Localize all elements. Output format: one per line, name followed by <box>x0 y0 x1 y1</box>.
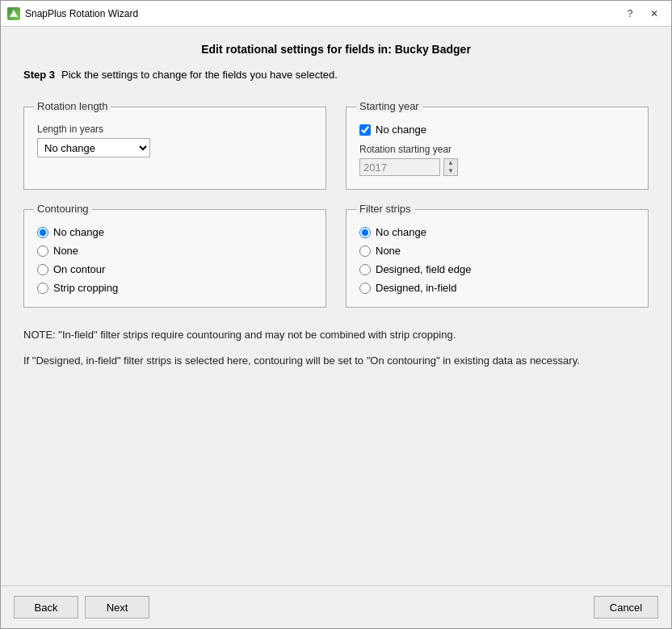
footer: Back Next Cancel <box>1 585 671 628</box>
contouring-label-oncontour[interactable]: On contour <box>53 263 105 275</box>
filter-option-designed-field: Designed, field edge <box>359 263 635 275</box>
next-button[interactable]: Next <box>85 596 149 619</box>
contouring-label-none[interactable]: None <box>53 245 78 257</box>
contouring-radio-none[interactable] <box>37 245 48 257</box>
contouring-option-none: None <box>37 245 313 257</box>
year-input[interactable] <box>359 158 440 176</box>
rotation-length-title: Rotation length <box>34 100 111 112</box>
window-title: SnapPlus Rotation Wizard <box>25 8 138 19</box>
contouring-radio-group: No change None On contour Strip cro <box>37 226 313 294</box>
contouring-panel: Contouring No change None On <box>23 209 326 308</box>
top-panels-row: Rotation length Length in years No chang… <box>23 107 649 190</box>
bottom-panels-row: Contouring No change None On <box>23 209 649 308</box>
filter-strips-radio-group: No change None Designed, field edge <box>359 226 635 294</box>
close-button[interactable]: ✕ <box>644 6 665 22</box>
length-select[interactable]: No change 1 2 3 4 5 <box>37 138 150 157</box>
filter-radio-designed-field[interactable] <box>359 264 371 275</box>
filter-strips-panel: Filter strips No change None <box>346 209 649 308</box>
contouring-label-nochange[interactable]: No change <box>53 226 104 238</box>
filter-label-nochange[interactable]: No change <box>376 226 426 238</box>
length-label: Length in years <box>37 124 313 135</box>
filter-label-designed-infield[interactable]: Designed, in-field <box>376 282 456 294</box>
title-bar-left: SnapPlus Rotation Wizard <box>7 7 138 20</box>
contouring-label-stripcropping[interactable]: Strip cropping <box>53 282 118 294</box>
step-row: Step 3 Pick the settings to change for t… <box>23 69 649 81</box>
app-icon <box>7 7 20 20</box>
svg-marker-0 <box>10 10 18 17</box>
year-input-row: ▲ ▼ <box>359 158 635 176</box>
rotation-year-label: Rotation starting year <box>359 144 635 155</box>
contouring-option-nochange: No change <box>37 226 313 238</box>
note2: If "Designed, in-field" filter strips is… <box>23 353 649 369</box>
title-bar: SnapPlus Rotation Wizard ? ✕ <box>1 1 671 27</box>
filter-radio-nochange[interactable] <box>359 227 371 238</box>
contouring-radio-nochange[interactable] <box>37 227 48 238</box>
dialog-title: Edit rotational settings for fields in: … <box>23 43 649 56</box>
filter-radio-none[interactable] <box>359 245 371 257</box>
contouring-radio-stripcropping[interactable] <box>37 283 48 294</box>
filter-radio-designed-infield[interactable] <box>359 283 371 294</box>
filter-option-none: None <box>359 245 635 257</box>
step-description: Pick the settings to change for the fiel… <box>61 69 338 81</box>
title-bar-controls: ? ✕ <box>620 6 665 22</box>
filter-option-nochange: No change <box>359 226 635 238</box>
year-up-button[interactable]: ▲ <box>444 159 457 167</box>
cancel-button[interactable]: Cancel <box>594 596 658 619</box>
year-down-button[interactable]: ▼ <box>444 167 457 175</box>
filter-strips-content: No change None Designed, field edge <box>359 226 635 294</box>
filter-strips-title: Filter strips <box>356 203 414 215</box>
rotation-length-content: Length in years No change 1 2 3 4 5 <box>37 124 313 157</box>
filter-label-none[interactable]: None <box>376 245 401 257</box>
footer-left-buttons: Back Next <box>14 596 149 619</box>
contouring-content: No change None On contour Strip cro <box>37 226 313 294</box>
note1: NOTE: "In-field" filter strips require c… <box>23 327 649 343</box>
step-label: Step 3 <box>23 69 55 81</box>
filter-label-designed-field[interactable]: Designed, field edge <box>376 263 472 275</box>
contouring-option-stripcropping: Strip cropping <box>37 282 313 294</box>
starting-year-title: Starting year <box>356 100 422 112</box>
contouring-title: Contouring <box>34 203 92 215</box>
contouring-radio-oncontour[interactable] <box>37 264 48 275</box>
filter-option-designed-infield: Designed, in-field <box>359 282 635 294</box>
no-change-checkbox[interactable] <box>359 124 371 136</box>
no-change-label[interactable]: No change <box>376 124 426 136</box>
back-button[interactable]: Back <box>14 596 78 619</box>
notes-section: NOTE: "In-field" filter strips require c… <box>23 327 649 378</box>
dialog-content: Edit rotational settings for fields in: … <box>1 27 671 585</box>
help-button[interactable]: ? <box>620 6 640 22</box>
no-change-row: No change <box>359 124 635 136</box>
rotation-length-panel: Rotation length Length in years No chang… <box>23 107 326 190</box>
contouring-option-oncontour: On contour <box>37 263 313 275</box>
year-spinner: ▲ ▼ <box>443 158 458 176</box>
main-window: SnapPlus Rotation Wizard ? ✕ Edit rotati… <box>0 0 672 629</box>
starting-year-content: No change Rotation starting year ▲ ▼ <box>359 124 635 176</box>
starting-year-panel: Starting year No change Rotation startin… <box>346 107 649 190</box>
